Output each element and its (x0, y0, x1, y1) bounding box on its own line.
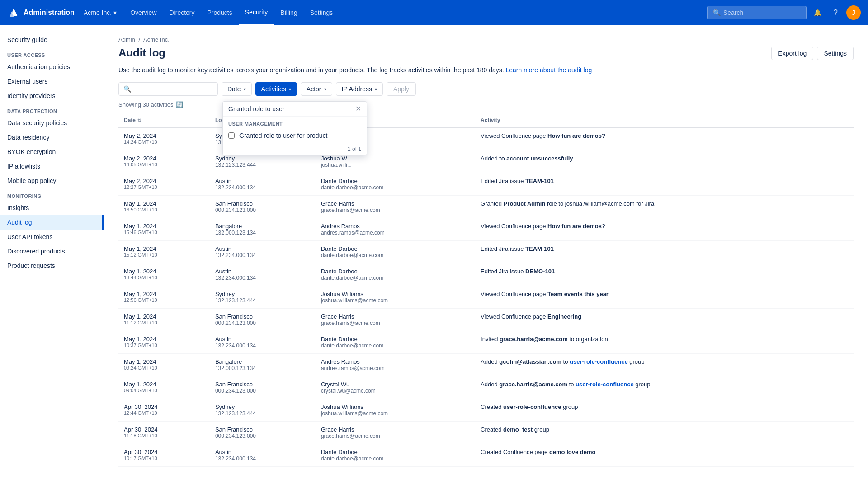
sidebar-item-product-requests[interactable]: Product requests (0, 258, 104, 273)
cell-date: May 1, 202416:50 GMT+10 (118, 196, 210, 218)
sidebar-item-auth-policies[interactable]: Authentication policies (0, 60, 104, 74)
apply-button[interactable]: Apply (387, 82, 416, 96)
app-layout: Security guide USER ACCESS Authenticatio… (0, 25, 868, 488)
actor-chevron-icon: ▾ (324, 87, 326, 92)
header-actions: Export log Settings (771, 47, 854, 60)
cell-date: Apr 30, 202410:17 GMT+10 (118, 444, 210, 467)
activities-chevron-icon: ▾ (289, 87, 291, 92)
nav-billing[interactable]: Billing (274, 0, 303, 25)
table-row: May 1, 202410:37 GMT+10Austin132.234.000… (118, 331, 854, 354)
dropdown-pagination: 1 of 1 (223, 143, 367, 155)
sidebar-section-monitoring: MONITORING (0, 188, 104, 201)
sidebar-item-security-guide[interactable]: Security guide (0, 33, 104, 47)
cell-activity: Added gcohn@atlassian.com to user-role-c… (475, 354, 854, 376)
dropdown-item-label: Granted role to user for product (239, 132, 327, 139)
cell-location: San Francisco000.234.123.000 (210, 309, 316, 331)
activities-filter-button[interactable]: Activities ▾ (255, 82, 297, 96)
filters-row: 🔍 Date ▾ Activities ▾ Actor ▾ IP Address (118, 82, 854, 96)
filter-search-box[interactable]: 🔍 (118, 82, 218, 96)
sidebar-item-byok[interactable]: BYOK encryption (0, 145, 104, 159)
sidebar-item-insights[interactable]: Insights (0, 201, 104, 215)
breadcrumb-acme[interactable]: Acme Inc. (143, 36, 170, 43)
nav-security[interactable]: Security (239, 0, 274, 25)
cell-actor: Joshua Williamsjoshua.williams@acme.com (316, 286, 475, 309)
learn-more-link[interactable]: Learn more about the audit log (506, 66, 592, 74)
sidebar-item-user-api-tokens[interactable]: User API tokens (0, 230, 104, 244)
cell-date: May 1, 202410:37 GMT+10 (118, 331, 210, 354)
atlassian-logo[interactable]: Administration (7, 6, 75, 19)
table-row: May 1, 202411:12 GMT+10San Francisco000.… (118, 309, 854, 331)
dropdown-section-label: USER MANAGEMENT (223, 117, 367, 128)
table-row: Apr 30, 202411:18 GMT+10San Francisco000… (118, 422, 854, 444)
cell-date: May 1, 202413:44 GMT+10 (118, 263, 210, 286)
sidebar-item-audit-log[interactable]: Audit log (0, 215, 104, 230)
filter-search-input[interactable] (134, 85, 211, 93)
page-description: Use the audit log to monitor key activit… (118, 66, 854, 75)
sidebar-item-ip-allowlists[interactable]: IP allowlists (0, 159, 104, 174)
cell-actor: Andres Ramosandres.ramos@acme.com (316, 354, 475, 376)
dropdown-item-checkbox[interactable] (228, 132, 235, 139)
table-row: May 1, 202409:24 GMT+10Bangalore132.000.… (118, 354, 854, 376)
cell-date: May 2, 202414:05 GMT+10 (118, 150, 210, 173)
sidebar-item-identity-providers[interactable]: Identity providers (0, 89, 104, 103)
nav-settings[interactable]: Settings (304, 0, 340, 25)
cell-activity: Edited Jira issue TEAM-101 (475, 241, 854, 263)
cell-date: May 2, 202412:27 GMT+10 (118, 173, 210, 196)
export-log-button[interactable]: Export log (771, 47, 813, 60)
cell-location: Austin132.234.000.134 (210, 241, 316, 263)
cell-date: May 1, 202415:46 GMT+10 (118, 218, 210, 241)
date-filter-button[interactable]: Date ▾ (222, 82, 252, 96)
nav-directory[interactable]: Directory (163, 0, 201, 25)
cell-actor: Dante Darboedante.darboe@acme.com (316, 331, 475, 354)
refresh-icon[interactable]: 🔄 (176, 101, 183, 108)
ip-address-filter-button[interactable]: IP Address ▾ (336, 82, 383, 96)
nav-overview[interactable]: Overview (124, 0, 163, 25)
actor-filter-button[interactable]: Actor ▾ (301, 82, 332, 96)
search-icon: 🔍 (713, 9, 721, 16)
table-row: May 1, 202412:56 GMT+10Sydney132.123.123… (118, 286, 854, 309)
global-search[interactable]: 🔍 (707, 6, 807, 19)
sidebar-item-mobile-app[interactable]: Mobile app policy (0, 174, 104, 188)
org-selector[interactable]: Acme Inc. ▾ (84, 9, 117, 16)
cell-actor: Grace Harrisgrace.harris@acme.com (316, 196, 475, 218)
sidebar-item-external-users[interactable]: External users (0, 74, 104, 89)
cell-actor: Dante Darboedante.darboe@acme.com (316, 173, 475, 196)
cell-location: Austin132.234.000.134 (210, 331, 316, 354)
search-input[interactable] (723, 9, 796, 16)
table-row: May 1, 202415:46 GMT+10Bangalore132.000.… (118, 218, 854, 241)
main-content: Admin / Acme Inc. Audit log Export log S… (104, 25, 868, 488)
filters-wrapper: 🔍 Date ▾ Activities ▾ Actor ▾ IP Address (118, 82, 854, 96)
cell-location: Austin132.234.000.134 (210, 263, 316, 286)
breadcrumb-admin[interactable]: Admin (118, 36, 135, 43)
dropdown-clear-icon[interactable]: ✕ (355, 105, 361, 113)
settings-button[interactable]: Settings (817, 47, 854, 60)
atlassian-logo-icon (7, 6, 20, 19)
cell-activity: Edited Jira issue DEMO-101 (475, 263, 854, 286)
filter-search-icon: 🔍 (123, 85, 131, 93)
nav-products[interactable]: Products (201, 0, 239, 25)
sidebar-item-data-security[interactable]: Data security policies (0, 116, 104, 130)
cell-actor: Dante Darboedante.darboe@acme.com (316, 241, 475, 263)
help-button[interactable]: ? (828, 5, 843, 20)
cell-actor: Grace Harrisgrace.harris@acme.com (316, 422, 475, 444)
cell-location: Bangalore132.000.123.134 (210, 218, 316, 241)
sidebar-item-discovered-products[interactable]: Discovered products (0, 244, 104, 258)
dropdown-item-granted-role[interactable]: Granted role to user for product (223, 128, 367, 143)
table-row: May 2, 202412:27 GMT+10Austin132.234.000… (118, 173, 854, 196)
sidebar-section-user-access: USER ACCESS (0, 47, 104, 60)
cell-date: May 1, 202409:04 GMT+10 (118, 376, 210, 399)
cell-date: May 2, 202414:24 GMT+10 (118, 127, 210, 150)
top-navigation: Administration Acme Inc. ▾ Overview Dire… (0, 0, 868, 25)
cell-location: Sydney132.123.123.444 (210, 286, 316, 309)
sidebar-item-data-residency[interactable]: Data residency (0, 130, 104, 145)
activities-dropdown: ✕ USER MANAGEMENT Granted role to user f… (222, 101, 367, 155)
user-avatar[interactable]: J (846, 5, 861, 20)
cell-activity: Viewed Confluence page How fun are demos… (475, 127, 854, 150)
audit-table: Date⇅ Location⇅ Actor⇅ Activity May 2, 2… (118, 113, 854, 467)
cell-actor: Grace Harrisgrace.harris@acme.com (316, 309, 475, 331)
org-chevron-icon: ▾ (113, 9, 117, 16)
dropdown-search-input[interactable] (228, 105, 352, 113)
top-nav-right: 🔍 🔔 ? J (707, 5, 861, 20)
notifications-button[interactable]: 🔔 (810, 5, 825, 20)
col-date: Date⇅ (118, 113, 210, 127)
